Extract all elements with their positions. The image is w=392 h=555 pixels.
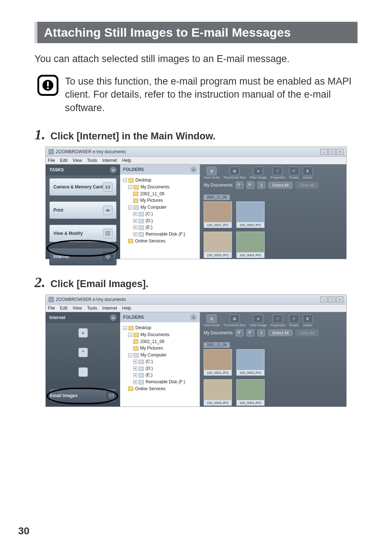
menu-edit[interactable]: Edit xyxy=(60,158,68,163)
menu-internet[interactable]: Internet xyxy=(102,306,117,311)
thumbnail-item[interactable]: 100_0003.JPG xyxy=(204,232,232,258)
clear-all-button[interactable]: Clear All xyxy=(295,330,318,336)
collapse-icon[interactable]: « xyxy=(110,167,117,173)
task-camera[interactable]: Camera & Memory Card xyxy=(49,178,117,196)
zoom-in-button[interactable]: 🔍 xyxy=(236,329,244,336)
tree-mypics[interactable]: My Pictures xyxy=(133,198,163,203)
view-mode-button[interactable]: ▦View Mode xyxy=(204,314,220,327)
select-all-button[interactable]: Select All xyxy=(268,330,293,336)
tree-mypics[interactable]: My Pictures xyxy=(133,346,163,351)
thumbnail-item[interactable]: 100_0001.JPG xyxy=(204,201,232,228)
task-internet[interactable]: Internet xyxy=(49,248,117,265)
close-button[interactable]: × xyxy=(336,149,343,155)
sidebar-camera-icon[interactable] xyxy=(49,326,117,340)
sidebar-print-icon[interactable] xyxy=(49,346,117,359)
window-controls[interactable]: – □ × xyxy=(320,297,343,302)
sidebar-view-icon[interactable] xyxy=(49,365,117,379)
menu-file[interactable]: File xyxy=(48,158,55,163)
zoom-in-button[interactable]: 🔍 xyxy=(236,181,244,189)
minimize-button[interactable]: – xyxy=(320,149,327,155)
properties-button[interactable]: ☷Properties xyxy=(270,314,285,327)
folder-tree[interactable]: –Desktop –My Documents 2002_11_09 My Pic… xyxy=(120,322,200,394)
thumbnail-item[interactable]: 100_0002.JPG xyxy=(236,201,265,228)
up-button[interactable]: ↥ xyxy=(257,329,265,336)
menu-view[interactable]: View xyxy=(73,306,82,311)
select-all-button[interactable]: Select All xyxy=(268,182,293,188)
tree-mycomp[interactable]: My Computer xyxy=(134,352,167,358)
step-2: 2 Click [Email Images]. xyxy=(34,274,358,291)
tree-online[interactable]: Online Services xyxy=(128,238,166,244)
menu-file[interactable]: File xyxy=(48,306,55,311)
tree-d[interactable]: (D:) xyxy=(139,218,153,223)
filter-button[interactable]: ◈Filter Image xyxy=(249,314,267,327)
up-button[interactable]: ↥ xyxy=(257,181,265,189)
camera-icon xyxy=(103,182,113,192)
tree-desktop[interactable]: Desktop xyxy=(128,177,151,183)
task-print[interactable]: Print xyxy=(49,201,117,219)
menu-tools[interactable]: Tools xyxy=(87,158,97,163)
tree-d[interactable]: (D:) xyxy=(139,366,153,371)
view-mode-button[interactable]: ▦View Mode xyxy=(204,167,220,179)
tree-date[interactable]: 2002_11_09 xyxy=(133,339,164,344)
tree-desktop[interactable]: Desktop xyxy=(128,325,151,330)
task-print-label: Print xyxy=(53,208,63,213)
close-button[interactable]: × xyxy=(336,297,343,302)
svg-rect-2 xyxy=(47,87,49,89)
tree-date[interactable]: 2002_11_09 xyxy=(133,191,164,196)
delete-button[interactable]: 🗑Delete xyxy=(303,314,313,327)
tree-e[interactable]: (E:) xyxy=(139,372,152,378)
folder-tree[interactable]: –Desktop –My Documents 2002_11_09 My Pic… xyxy=(120,175,200,246)
tree-f[interactable]: Removable Disk (F:) xyxy=(139,232,185,237)
tree-mydocs[interactable]: My Documents xyxy=(134,184,170,189)
clear-all-button[interactable]: Clear All xyxy=(295,182,318,188)
menu-bar[interactable]: File Edit View Tools Internet Help xyxy=(46,157,346,164)
thumbnail-item[interactable]: 100_0004.JPG xyxy=(236,379,265,406)
rotate-button[interactable]: ⟳Rotate xyxy=(289,314,299,327)
collapse-icon[interactable]: « xyxy=(190,314,197,321)
tree-e[interactable]: (E:) xyxy=(139,225,152,230)
tree-f[interactable]: Removable Disk (F:) xyxy=(139,379,185,384)
thumbnail-item[interactable]: 100_0004.JPG xyxy=(236,232,265,258)
menu-help[interactable]: Help xyxy=(122,158,131,163)
thumb-caption: 100_0004.JPG xyxy=(236,400,265,406)
date-group-tab[interactable]: 2002_11_09 xyxy=(204,195,230,200)
thumbnail-size-button[interactable]: ▦Thumbnail Size xyxy=(223,167,246,179)
properties-button[interactable]: ☷Properties xyxy=(270,167,285,179)
zoom-out-button[interactable]: 🔍 xyxy=(246,329,254,336)
date-group-tab[interactable]: 2002_11_09 xyxy=(204,342,230,348)
minimize-button[interactable]: – xyxy=(320,297,327,302)
collapse-icon[interactable]: « xyxy=(190,166,197,173)
thumb-caption: 100_0001.JPG xyxy=(204,370,232,376)
maximize-button[interactable]: □ xyxy=(328,297,335,302)
menu-tools[interactable]: Tools xyxy=(87,306,97,311)
menu-internet[interactable]: Internet xyxy=(102,158,117,163)
tree-c[interactable]: (C:) xyxy=(139,211,153,216)
window-controls[interactable]: – □ × xyxy=(320,149,343,155)
thumbnail-item[interactable]: 100_0003.JPG xyxy=(204,379,232,406)
tree-mycomp[interactable]: My Computer xyxy=(134,205,167,210)
zoom-out-button[interactable]: 🔍 xyxy=(246,181,254,189)
thumb-caption: 100_0003.JPG xyxy=(204,253,232,258)
thumbnail-size-button[interactable]: ▦Thumbnail Size xyxy=(223,314,246,327)
menu-bar[interactable]: File Edit View Tools Internet Help xyxy=(46,305,346,312)
filter-button[interactable]: ◈Filter Image xyxy=(249,167,267,179)
maximize-button[interactable]: □ xyxy=(328,149,335,155)
tree-online[interactable]: Online Services xyxy=(128,386,166,391)
globe-icon xyxy=(103,252,113,261)
task-view-modify[interactable]: View & Modify xyxy=(49,225,117,242)
menu-edit[interactable]: Edit xyxy=(60,306,68,311)
task-email-images[interactable]: Email Images xyxy=(49,388,117,403)
collapse-icon[interactable]: « xyxy=(110,314,117,321)
thumbnail-item[interactable]: 100_0001.JPG xyxy=(204,349,232,376)
thumbnail-item[interactable]: 100_0002.JPG xyxy=(236,349,265,376)
delete-button[interactable]: 🗑Delete xyxy=(303,167,313,179)
menu-view[interactable]: View xyxy=(73,158,82,163)
view-icon xyxy=(78,367,88,377)
menu-help[interactable]: Help xyxy=(122,306,131,311)
tree-mydocs[interactable]: My Documents xyxy=(134,332,170,337)
rotate-button[interactable]: ⟳Rotate xyxy=(289,167,299,179)
tree-c[interactable]: (C:) xyxy=(139,359,153,364)
thumb-caption: 100_0003.JPG xyxy=(204,400,232,406)
folders-header-label: FOLDERS xyxy=(123,315,144,320)
window-titlebar: ZOOMBROWSER e:\my documents – □ × xyxy=(46,147,346,157)
